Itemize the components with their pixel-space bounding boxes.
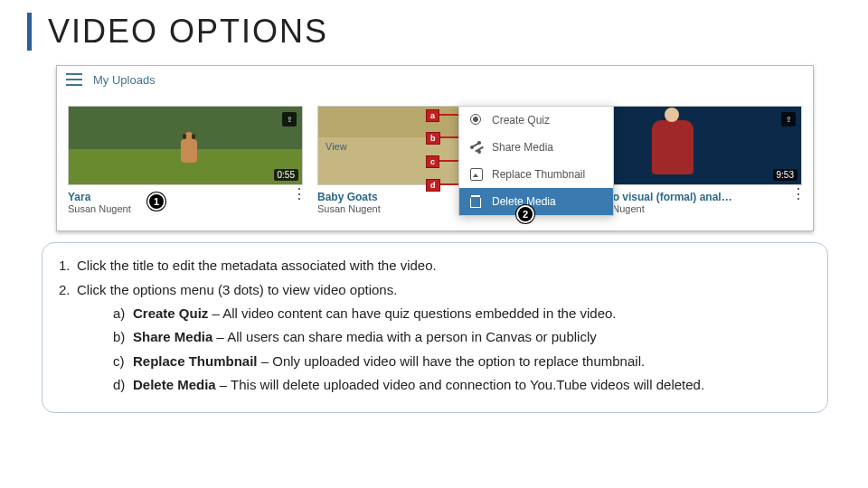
callout-line: [439, 136, 459, 138]
label: Delete Media: [133, 377, 216, 392]
callout-line: [439, 114, 459, 116]
thumbnail-icon: [470, 168, 483, 181]
video-duration: 0:55: [274, 169, 298, 181]
hamburger-icon[interactable]: [66, 73, 82, 86]
trash-icon: [470, 195, 483, 208]
menu-item-label: Share Media: [492, 141, 553, 154]
quiz-icon: [470, 114, 483, 127]
video-thumbnail[interactable]: ⇪ 0:55: [68, 106, 303, 185]
callout-line: [439, 160, 459, 162]
my-uploads-panel: My Uploads ⇪ 0:55 Yara Susan Nugent ⋮ Vi…: [56, 65, 814, 231]
callout-letter-d: d: [426, 179, 440, 192]
options-menu-button[interactable]: ⋮: [791, 191, 802, 198]
instructions-box: Click the title to edit the metadata ass…: [42, 242, 828, 413]
menu-item-share-media[interactable]: Share Media: [459, 134, 613, 161]
video-title[interactable]: Baby Goats: [317, 191, 381, 203]
upload-badge-icon: ⇪: [781, 112, 796, 127]
instruction-2d: Delete Media – This will delete uploaded…: [113, 376, 811, 394]
options-menu-button[interactable]: ⋮: [292, 191, 303, 198]
video-duration: 9:53: [773, 169, 797, 181]
slide-title-wrap: VIDEO OPTIONS: [27, 13, 328, 51]
menu-item-label: Replace Thumbnail: [492, 168, 585, 181]
callout-letter-b: b: [426, 132, 440, 145]
dog-figure: [181, 139, 197, 163]
callout-line: [439, 183, 459, 185]
instruction-1: Click the title to edit the metadata ass…: [59, 258, 811, 273]
callout-number-2: 2: [516, 205, 534, 223]
callout-letter-c: c: [426, 155, 439, 168]
video-options-menu: Create Quiz Share Media Replace Thumbnai…: [458, 106, 614, 216]
text: – All video content can have quiz questi…: [208, 305, 616, 321]
video-author: Susan Nugent: [317, 203, 381, 214]
instruction-2b: Share Media – All users can share media …: [113, 328, 811, 346]
slide-title: VIDEO OPTIONS: [48, 13, 328, 51]
upload-badge-icon: ⇪: [282, 112, 297, 127]
menu-item-create-quiz[interactable]: Create Quiz: [459, 107, 613, 134]
video-card: ⇪ 0:55 Yara Susan Nugent ⋮: [68, 106, 303, 214]
callout-number-1: 1: [147, 192, 165, 211]
label: Share Media: [133, 329, 212, 344]
label: Create Quiz: [133, 305, 208, 321]
share-icon: [470, 141, 483, 154]
instruction-2-text: Click the options menu (3 dots) to view …: [77, 282, 397, 297]
instruction-2a: Create Quiz – All video content can have…: [113, 305, 811, 323]
label: Replace Thumbnail: [133, 353, 258, 369]
text: – This will delete uploaded video and co…: [216, 377, 704, 392]
menu-item-replace-thumbnail[interactable]: Replace Thumbnail: [459, 161, 613, 188]
video-title[interactable]: Yara: [68, 191, 131, 203]
text: – All users can share media with a perso…: [212, 329, 596, 344]
instruction-2c: Replace Thumbnail – Only uploaded video …: [113, 352, 811, 371]
menu-item-label: Create Quiz: [492, 114, 550, 127]
painting-figure: [652, 120, 693, 174]
panel-header: My Uploads: [57, 66, 813, 93]
panel-title: My Uploads: [93, 73, 156, 87]
menu-item-delete-media[interactable]: Delete Media: [459, 188, 613, 215]
text: – Only uploaded video will have the opti…: [258, 353, 646, 369]
callout-letter-a: a: [426, 109, 439, 122]
view-label: View: [326, 141, 347, 152]
instruction-2: Click the options menu (3 dots) to view …: [59, 282, 811, 394]
video-author: Susan Nugent: [68, 203, 131, 214]
title-accent-bar: [27, 13, 32, 51]
